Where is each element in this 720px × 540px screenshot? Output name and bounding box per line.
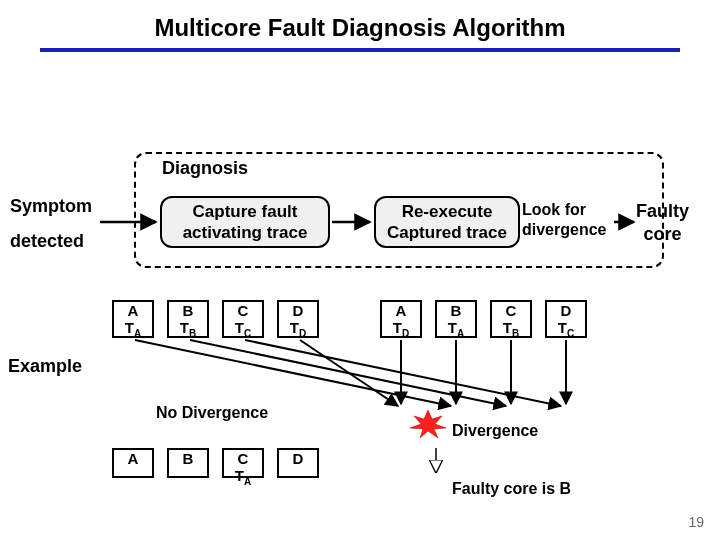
faulty-core-label: Faulty core	[636, 200, 689, 245]
core-B-right: B TA	[435, 300, 477, 338]
core-head: D	[547, 303, 585, 320]
core-C-left: C TC	[222, 300, 264, 338]
look-for-label: Look for divergence	[522, 200, 606, 240]
no-divergence-label: No Divergence	[156, 404, 268, 422]
core-head: B	[169, 451, 207, 468]
diagnosis-label: Diagnosis	[162, 158, 248, 179]
symptom-line1: Symptom	[10, 196, 92, 217]
page-title: Multicore Fault Diagnosis Algorithm	[40, 14, 680, 52]
capture-line1: Capture fault	[162, 201, 328, 222]
trace-label: TA	[224, 468, 262, 487]
trace-label: TD	[279, 320, 317, 339]
reexec-line1: Re-execute	[376, 201, 518, 222]
example-label: Example	[8, 356, 82, 377]
arrow-TA-to-B	[135, 340, 451, 406]
faulty-line2: core	[636, 223, 689, 246]
capture-fault-box: Capture fault activating trace	[160, 196, 330, 248]
title-bar: Multicore Fault Diagnosis Algorithm	[0, 0, 720, 58]
slide-number: 19	[688, 514, 704, 530]
trace-label: TC	[547, 320, 585, 339]
capture-line2: activating trace	[162, 222, 328, 243]
core-head: D	[279, 451, 317, 468]
core-B-left: B TB	[167, 300, 209, 338]
trace-label: TA	[437, 320, 475, 339]
core-A-bottom: A	[112, 448, 154, 478]
divergence-burst-icon	[410, 410, 446, 438]
core-head: A	[114, 451, 152, 468]
trace-label: TA	[114, 320, 152, 339]
core-C-bottom: C TA	[222, 448, 264, 478]
arrow-TB-to-C	[190, 340, 506, 406]
trace-label: TD	[382, 320, 420, 339]
core-head: B	[437, 303, 475, 320]
arrow-TC-to-D	[245, 340, 561, 406]
faulty-core-is-label: Faulty core is B	[452, 480, 571, 498]
core-B-bottom: B	[167, 448, 209, 478]
core-D-bottom: D	[277, 448, 319, 478]
faulty-line1: Faulty	[636, 200, 689, 223]
core-head: A	[382, 303, 420, 320]
svg-marker-0	[410, 410, 446, 438]
divergence-label: Divergence	[452, 422, 538, 440]
lookfor-line2: divergence	[522, 220, 606, 240]
reexecute-box: Re-execute Captured trace	[374, 196, 520, 248]
trace-label: TB	[169, 320, 207, 339]
core-head: A	[114, 303, 152, 320]
core-D-left: D TD	[277, 300, 319, 338]
trace-label: TB	[492, 320, 530, 339]
reexec-line2: Captured trace	[376, 222, 518, 243]
arrows-overlay	[0, 0, 720, 540]
lookfor-line1: Look for	[522, 200, 606, 220]
arrow-TD-to-A	[300, 340, 398, 406]
core-head: C	[492, 303, 530, 320]
core-D-right: D TC	[545, 300, 587, 338]
core-C-right: C TB	[490, 300, 532, 338]
symptom-line2: detected	[10, 231, 92, 252]
core-A-left: A TA	[112, 300, 154, 338]
core-head: D	[279, 303, 317, 320]
core-head: C	[224, 451, 262, 468]
symptom-detected-label: Symptom detected	[10, 196, 92, 252]
trace-label: TC	[224, 320, 262, 339]
core-head: C	[224, 303, 262, 320]
core-head: B	[169, 303, 207, 320]
core-A-right: A TD	[380, 300, 422, 338]
